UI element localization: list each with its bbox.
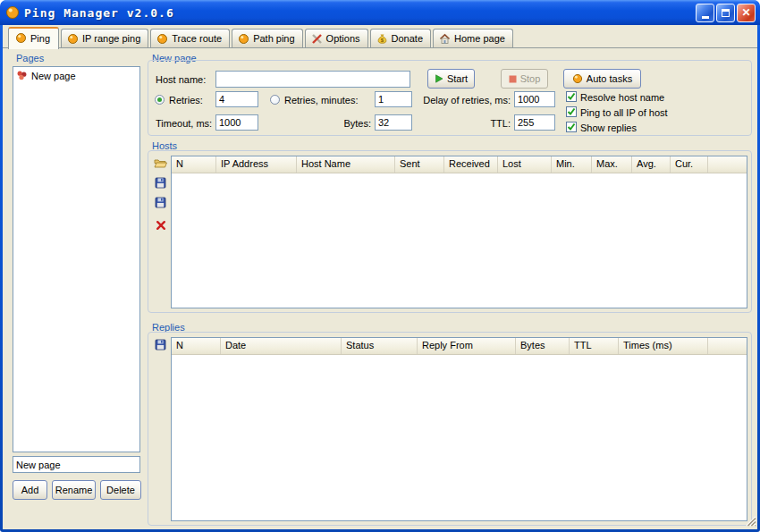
replies-table-body[interactable] xyxy=(172,355,747,521)
column-header[interactable]: IP Address xyxy=(216,156,297,173)
stop-button[interactable]: Stop xyxy=(501,69,548,89)
bytes-input[interactable] xyxy=(375,114,412,131)
tab-label: IP range ping xyxy=(82,33,140,44)
column-header-filler xyxy=(708,338,747,354)
tab-donate[interactable]: $ Donate xyxy=(370,29,431,47)
delete-host-button[interactable] xyxy=(153,217,168,232)
minimize-button[interactable] xyxy=(696,4,714,22)
timeout-label: Timeout, ms: xyxy=(156,118,212,129)
column-header[interactable]: Cur. xyxy=(671,156,708,173)
tab-label: Home page xyxy=(454,33,505,44)
save-icon xyxy=(155,177,166,189)
open-hosts-button[interactable] xyxy=(153,156,168,171)
tab-label: Ping xyxy=(30,33,50,44)
column-header[interactable]: Times (ms) xyxy=(619,338,708,354)
start-button[interactable]: Start xyxy=(427,69,475,89)
tab-label: Options xyxy=(326,33,360,44)
retries-minutes-radio[interactable] xyxy=(270,95,280,105)
window-controls: ✕ xyxy=(696,4,756,22)
start-icon xyxy=(435,74,443,83)
column-header[interactable]: Min. xyxy=(552,156,592,173)
host-name-input[interactable] xyxy=(215,71,410,88)
folder-open-icon xyxy=(154,157,167,169)
maximize-icon xyxy=(722,9,730,17)
close-icon: ✕ xyxy=(741,7,750,18)
column-header[interactable]: Bytes xyxy=(516,338,570,354)
page-list-item[interactable]: New page xyxy=(13,67,139,81)
window: Ping Manager v2.0.6 ✕ Ping IP range ping… xyxy=(0,0,760,532)
ping-icon xyxy=(67,33,79,45)
save-as-hosts-button[interactable] xyxy=(153,195,168,210)
check-icon xyxy=(567,107,576,116)
rename-button[interactable]: Rename xyxy=(52,480,96,500)
tab-ip-range-ping[interactable]: IP range ping xyxy=(61,29,148,47)
ping-icon xyxy=(156,33,168,45)
add-button[interactable]: Add xyxy=(13,480,47,500)
check-icon xyxy=(567,122,576,131)
app-icon xyxy=(5,5,21,21)
column-header[interactable]: Avg. xyxy=(632,156,671,173)
ping-all-ip-checkbox[interactable] xyxy=(566,106,577,117)
page-name-input[interactable] xyxy=(13,456,140,473)
window-title: Ping Manager v2.0.6 xyxy=(24,6,174,20)
replies-table: N Date Status Reply From Bytes TTL Times… xyxy=(171,337,747,521)
resolve-host-name-checkbox[interactable] xyxy=(566,91,577,102)
resize-grip[interactable] xyxy=(745,515,756,528)
hosts-table: N IP Address Host Name Sent Received Los… xyxy=(171,156,747,308)
column-header[interactable]: Lost xyxy=(498,156,552,173)
retries-input[interactable] xyxy=(215,91,258,107)
column-header[interactable]: Date xyxy=(221,338,342,354)
pages-label: Pages xyxy=(16,53,44,63)
close-button[interactable]: ✕ xyxy=(737,4,756,22)
ping-icon xyxy=(15,32,27,44)
check-icon xyxy=(567,92,576,101)
column-header[interactable]: N xyxy=(172,156,216,173)
window-body: Ping IP range ping Trace route Path ping… xyxy=(3,25,757,529)
save-hosts-button[interactable] xyxy=(153,175,168,190)
show-replies-label: Show replies xyxy=(580,122,637,133)
delete-button[interactable]: Delete xyxy=(100,480,141,500)
column-header[interactable]: Received xyxy=(444,156,498,173)
column-header-filler xyxy=(708,156,747,173)
bytes-label: Bytes: xyxy=(339,118,371,129)
tab-home-page[interactable]: Home page xyxy=(433,29,513,47)
column-header[interactable]: Max. xyxy=(592,156,632,173)
auto-tasks-icon xyxy=(572,73,583,84)
tab-label: Path ping xyxy=(253,33,294,44)
maximize-button[interactable] xyxy=(716,4,735,22)
retries-minutes-label: Retries, minutes: xyxy=(284,95,359,106)
auto-tasks-button[interactable]: Auto tasks xyxy=(563,69,641,89)
delete-icon xyxy=(156,220,166,231)
stop-icon xyxy=(509,75,517,83)
page-icon xyxy=(16,70,28,81)
retries-minutes-input[interactable] xyxy=(375,91,412,107)
tools-icon xyxy=(311,33,323,45)
minimize-icon xyxy=(702,16,709,19)
ping-icon xyxy=(238,33,249,45)
column-header[interactable]: Status xyxy=(342,338,418,354)
hosts-group: N IP Address Host Name Sent Received Los… xyxy=(148,150,752,313)
timeout-input[interactable] xyxy=(215,114,258,131)
ttl-label: TTL: xyxy=(482,118,511,129)
column-header[interactable]: Reply From xyxy=(418,338,516,354)
show-replies-checkbox[interactable] xyxy=(566,122,577,132)
tab-trace-route[interactable]: Trace route xyxy=(150,29,230,47)
retries-radio[interactable] xyxy=(155,95,165,105)
column-header[interactable]: N xyxy=(172,338,221,354)
column-header[interactable]: TTL xyxy=(570,338,619,354)
column-header[interactable]: Host Name xyxy=(297,156,395,173)
column-header[interactable]: Sent xyxy=(395,156,444,173)
tab-options[interactable]: Options xyxy=(305,29,368,47)
new-page-group: Host name: Start Stop Auto tasks Retries… xyxy=(148,60,752,136)
hosts-table-body[interactable] xyxy=(172,173,747,308)
save-replies-button[interactable] xyxy=(153,337,168,352)
delay-of-retries-input[interactable] xyxy=(514,91,555,107)
tab-ping[interactable]: Ping xyxy=(8,27,59,49)
pages-list[interactable]: New page xyxy=(13,66,140,452)
tab-bar: Ping IP range ping Trace route Path ping… xyxy=(8,26,515,49)
home-icon xyxy=(439,33,451,45)
replies-group: N Date Status Reply From Bytes TTL Times… xyxy=(148,332,752,526)
delay-of-retries-label: Delay of retries, ms: xyxy=(414,95,511,106)
tab-path-ping[interactable]: Path ping xyxy=(232,29,302,47)
ttl-input[interactable] xyxy=(514,114,555,131)
